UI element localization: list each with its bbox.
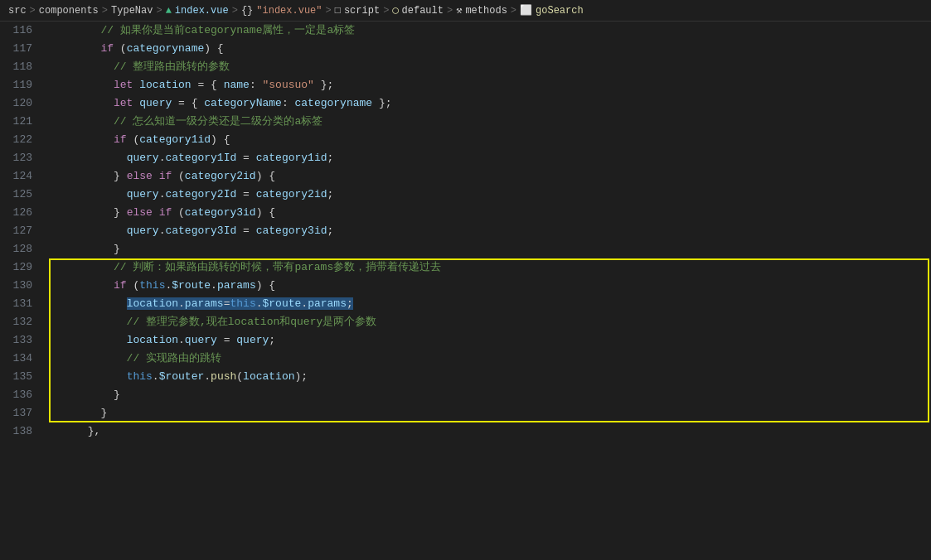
- code-line-135: 135 this.$router.push(location);: [0, 368, 931, 386]
- line-number: 134: [0, 350, 46, 368]
- bc-methods: methods: [465, 5, 507, 17]
- code-line-128: 128 }: [0, 240, 931, 258]
- line-content: if (categoryname) {: [46, 40, 931, 58]
- code-line-119: 119 let location = { name: "sousuo" };: [0, 76, 931, 94]
- line-number: 118: [0, 58, 46, 76]
- line-number: 131: [0, 295, 46, 313]
- line-number: 117: [0, 40, 46, 58]
- line-content: }: [46, 404, 931, 422]
- code-line-131: 131 location.params=this.$route.params;: [0, 295, 931, 313]
- line-content: query.category2Id = category2id;: [46, 186, 931, 204]
- code-line-122: 122 if (category1id) {: [0, 131, 931, 149]
- line-number: 126: [0, 204, 46, 222]
- bc-gosearch: goSearch: [536, 5, 584, 17]
- line-content: query.category3Id = category3id;: [46, 222, 931, 240]
- breadcrumb-bar: src > components > TypeNav > ▲ index.vue…: [0, 0, 931, 22]
- code-line-132: 132 // 整理完参数,现在location和query是两个参数: [0, 313, 931, 331]
- line-number: 130: [0, 277, 46, 295]
- bc-index-vue: index.vue: [175, 5, 229, 17]
- line-content: // 整理路由跳转的参数: [46, 58, 931, 76]
- code-line-129: 129 // 判断：如果路由跳转的时候，带有params参数，捎带着传递过去: [0, 258, 931, 277]
- bc-default: default: [402, 5, 444, 17]
- code-line-118: 118 // 整理路由跳转的参数: [0, 58, 931, 76]
- code-line-116: 116 // 如果你是当前categoryname属性，一定是a标签: [0, 22, 931, 40]
- code-line-137: 137 }: [0, 404, 931, 422]
- line-number: 122: [0, 131, 46, 149]
- line-content: query.category1Id = category1id;: [46, 149, 931, 167]
- line-number: 127: [0, 222, 46, 240]
- code-line-120: 120 let query = { categoryName: category…: [0, 94, 931, 113]
- line-content: location.query = query;: [46, 331, 931, 350]
- line-content: this.$router.push(location);: [46, 368, 931, 386]
- bc-index-str: "index.vue": [256, 5, 322, 17]
- code-line-133: 133 location.query = query;: [0, 331, 931, 350]
- bc-wrench-icon: ⚒: [456, 4, 462, 17]
- code-line-127: 127 query.category3Id = category3id;: [0, 222, 931, 240]
- code-line-136: 136 }: [0, 386, 931, 404]
- bc-script: script: [344, 5, 380, 17]
- bc-components: components: [39, 5, 99, 17]
- line-number: 128: [0, 240, 46, 258]
- line-number: 116: [0, 22, 46, 40]
- code-line-123: 123 query.category1Id = category1id;: [0, 149, 931, 167]
- line-content: let location = { name: "sousuo" };: [46, 76, 931, 94]
- line-number: 119: [0, 76, 46, 94]
- bc-script-icon: □: [335, 5, 341, 17]
- line-content: let query = { categoryName: categoryname…: [46, 94, 931, 113]
- line-number: 135: [0, 368, 46, 386]
- line-number: 137: [0, 404, 46, 422]
- line-number: 136: [0, 386, 46, 404]
- line-content: if (this.$route.params) {: [46, 277, 931, 295]
- line-number: 125: [0, 186, 46, 204]
- line-content: }: [46, 240, 931, 258]
- line-content: // 怎么知道一级分类还是二级分类的a标签: [46, 113, 931, 131]
- bc-curly: {}: [241, 5, 253, 17]
- line-number: 129: [0, 258, 46, 277]
- line-content: // 如果你是当前categoryname属性，一定是a标签: [46, 22, 931, 40]
- code-line-124: 124 } else if (category2id) {: [0, 167, 931, 186]
- line-content: },: [46, 422, 931, 441]
- line-number: 132: [0, 313, 46, 331]
- line-number: 124: [0, 167, 46, 186]
- bc-typenav: TypeNav: [111, 5, 153, 17]
- code-area: 116 // 如果你是当前categoryname属性，一定是a标签117 if…: [0, 22, 931, 560]
- line-content: } else if (category3id) {: [46, 204, 931, 222]
- code-line-134: 134 // 实现路由的跳转: [0, 350, 931, 368]
- code-line-126: 126 } else if (category3id) {: [0, 204, 931, 222]
- line-content: // 判断：如果路由跳转的时候，带有params参数，捎带着传递过去: [46, 258, 931, 277]
- line-content: location.params=this.$route.params;: [46, 295, 931, 313]
- line-content: }: [46, 386, 931, 404]
- line-content: // 实现路由的跳转: [46, 350, 931, 368]
- line-content: } else if (category2id) {: [46, 167, 931, 186]
- code-line-121: 121 // 怎么知道一级分类还是二级分类的a标签: [0, 113, 931, 131]
- bc-src: src: [8, 5, 27, 17]
- code-line-130: 130 if (this.$route.params) {: [0, 277, 931, 295]
- code-line-125: 125 query.category2Id = category2id;: [0, 186, 931, 204]
- line-content: // 整理完参数,现在location和query是两个参数: [46, 313, 931, 331]
- code-line-138: 138 },: [0, 422, 931, 441]
- bc-cube-icon: ⬜: [520, 4, 532, 17]
- line-content: if (category1id) {: [46, 131, 931, 149]
- line-number: 120: [0, 94, 46, 113]
- bc-circle-icon: ◯: [392, 4, 398, 17]
- code-line-117: 117 if (categoryname) {: [0, 40, 931, 58]
- bc-vue-icon: ▲: [166, 5, 172, 17]
- line-number: 123: [0, 149, 46, 167]
- line-number: 121: [0, 113, 46, 131]
- line-number: 138: [0, 422, 46, 441]
- line-number: 133: [0, 331, 46, 350]
